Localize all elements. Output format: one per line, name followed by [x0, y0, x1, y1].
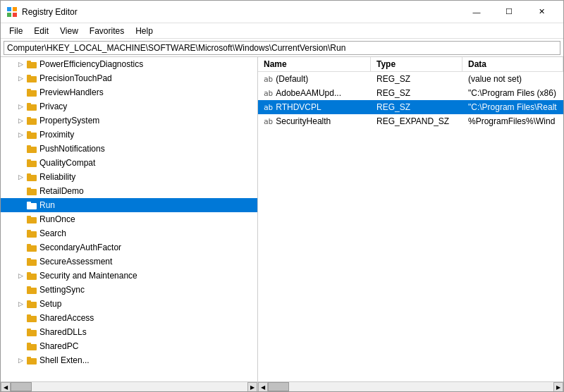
svg-rect-5: [27, 61, 31, 63]
tree-item-precisiontouchpad[interactable]: ▷ PrecisionTouchPad: [1, 71, 257, 85]
folder-icon: [26, 355, 37, 366]
tree-item-secondaryauthfactor[interactable]: ▷ SecondaryAuthFactor: [1, 240, 257, 255]
tree-item-shellexten[interactable]: ▷ Shell Exten...: [1, 353, 257, 367]
menu-file[interactable]: File: [4, 25, 28, 37]
expand-icon[interactable]: ▷: [15, 171, 26, 183]
tree-item-securityandmaintenance[interactable]: ▷ Security and Maintenance: [1, 269, 257, 283]
svg-rect-34: [27, 274, 37, 280]
expand-spacer: ▷: [15, 256, 26, 267]
svg-rect-10: [27, 104, 37, 111]
address-input[interactable]: [4, 41, 560, 55]
tree-item-sharedpc[interactable]: ▷ SharedPC: [1, 339, 257, 353]
reg-value-icon: ab: [264, 117, 273, 126]
tree-item-label: Privacy: [39, 102, 67, 111]
tree-item-previewhandlers[interactable]: ▷ PreviewHandlers: [1, 85, 257, 99]
expand-icon[interactable]: ▷: [15, 115, 26, 126]
tree-item-label: SharedAccess: [39, 313, 94, 323]
column-header-data: Data: [462, 57, 563, 71]
tree-item-runonce[interactable]: ▷ RunOnce: [1, 212, 257, 226]
expand-spacer: ▷: [15, 87, 26, 98]
tree-item-label: Run: [39, 200, 55, 210]
svg-rect-6: [27, 76, 37, 82]
tree-item-privacy[interactable]: ▷ Privacy: [1, 99, 257, 114]
tree-item-secureassessment[interactable]: ▷ SecureAssessment: [1, 255, 257, 269]
folder-icon: [26, 157, 37, 169]
registry-name-adobeaamupd: abAdobeAAMUpd...: [258, 88, 371, 98]
folder-icon: [26, 129, 37, 140]
svg-rect-45: [27, 343, 31, 345]
registry-row-default[interactable]: ab(Default) REG_SZ (value not set): [258, 72, 563, 86]
menu-view[interactable]: View: [54, 25, 84, 37]
reg-value-icon: ab: [264, 75, 273, 84]
expand-icon[interactable]: ▷: [15, 59, 26, 70]
menu-edit[interactable]: Edit: [28, 25, 54, 37]
registry-row-adobeaampud[interactable]: abAdobeAAMUpd... REG_SZ "C:\Program File…: [258, 86, 563, 100]
scroll-thumb[interactable]: [11, 382, 32, 391]
svg-rect-21: [27, 173, 31, 176]
registry-header: Name Type Data: [258, 57, 563, 72]
tree-item-pushnotifications[interactable]: ▷ PushNotifications: [1, 142, 257, 156]
menu-help[interactable]: Help: [130, 25, 159, 37]
registry-name-rthdvcpl: abRTHDVCPL: [258, 102, 371, 112]
tree-item-label: PropertySystem: [39, 116, 99, 125]
svg-rect-9: [27, 89, 31, 91]
tree-horizontal-scrollbar[interactable]: ◀ ▶: [1, 381, 257, 391]
folder-icon: [26, 341, 37, 352]
tree-item-powerefficiencydiagnostics[interactable]: ▷ PowerEfficiencyDiagnostics: [1, 57, 257, 71]
expand-icon[interactable]: ▷: [15, 73, 26, 84]
expand-icon[interactable]: ▷: [15, 270, 26, 281]
tree-item-settingsync[interactable]: ▷ SettingSync: [1, 283, 257, 297]
scroll-right-btn[interactable]: ▶: [247, 382, 257, 391]
maximize-button[interactable]: ☐: [493, 1, 525, 23]
registry-body[interactable]: ab(Default) REG_SZ (value not set) abAdo…: [258, 72, 563, 381]
tree-item-label: Setup: [39, 299, 61, 309]
right-scroll-thumb[interactable]: [268, 382, 289, 391]
svg-rect-18: [27, 161, 37, 167]
tree-item-proximity[interactable]: ▷ Proximity: [1, 128, 257, 142]
expand-spacer: ▷: [15, 228, 26, 239]
expand-icon[interactable]: ▷: [15, 129, 26, 140]
expand-icon[interactable]: ▷: [15, 101, 26, 112]
tree-item-label: QualityCompat: [39, 158, 95, 168]
scroll-track[interactable]: [11, 382, 247, 391]
close-button[interactable]: ✕: [525, 1, 558, 23]
menu-favorites[interactable]: Favorites: [84, 25, 130, 37]
tree-item-sharedaccess[interactable]: ▷ SharedAccess: [1, 311, 257, 325]
registry-row-securityhealth[interactable]: abSecurityHealth REG_EXPAND_SZ %ProgramF…: [258, 114, 563, 128]
tree-item-reliability[interactable]: ▷ Reliability: [1, 170, 257, 184]
svg-rect-43: [27, 329, 31, 331]
svg-rect-42: [27, 330, 37, 336]
folder-icon: [26, 256, 37, 267]
folder-icon: [26, 185, 37, 197]
window-title: Registry Editor: [22, 7, 460, 17]
tree-item-setup[interactable]: ▷ Setup: [1, 297, 257, 311]
svg-rect-31: [27, 244, 31, 246]
tree-item-label: Security and Maintenance: [39, 271, 137, 281]
expand-icon[interactable]: ▷: [15, 298, 26, 310]
tree-item-search[interactable]: ▷ Search: [1, 226, 257, 240]
folder-icon: [26, 143, 37, 154]
right-scroll-right-btn[interactable]: ▶: [553, 382, 563, 391]
tree-item-label: PowerEfficiencyDiagnostics: [39, 59, 143, 69]
svg-rect-25: [27, 202, 31, 204]
tree-item-retaildemo[interactable]: ▷ RetailDemo: [1, 184, 257, 198]
right-scroll-left-btn[interactable]: ◀: [258, 382, 268, 391]
tree-item-propertysystem[interactable]: ▷ PropertySystem: [1, 114, 257, 128]
svg-rect-44: [27, 344, 37, 350]
tree-scroll[interactable]: ▷ PowerEfficiencyDiagnostics ▷ Precision…: [1, 57, 257, 381]
minimize-button[interactable]: —: [460, 1, 493, 23]
folder-icon: [26, 312, 37, 324]
registry-row-rthdvcpl[interactable]: abRTHDVCPL REG_SZ "C:\Program Files\Real…: [258, 100, 563, 114]
right-scroll-track[interactable]: [268, 382, 553, 391]
tree-item-shareddlls[interactable]: ▷ SharedDLLs: [1, 325, 257, 339]
tree-item-label: SecondaryAuthFactor: [39, 243, 121, 252]
right-horizontal-scrollbar[interactable]: ◀ ▶: [258, 381, 563, 391]
svg-rect-29: [27, 230, 31, 232]
tree-item-label: Search: [39, 228, 66, 238]
expand-icon[interactable]: ▷: [15, 355, 26, 366]
folder-icon: [26, 326, 37, 338]
expand-spacer: ▷: [15, 185, 26, 197]
scroll-left-btn[interactable]: ◀: [1, 382, 11, 391]
tree-item-run[interactable]: ▷ Run: [1, 198, 257, 212]
tree-item-qualitycompat[interactable]: ▷ QualityCompat: [1, 156, 257, 170]
